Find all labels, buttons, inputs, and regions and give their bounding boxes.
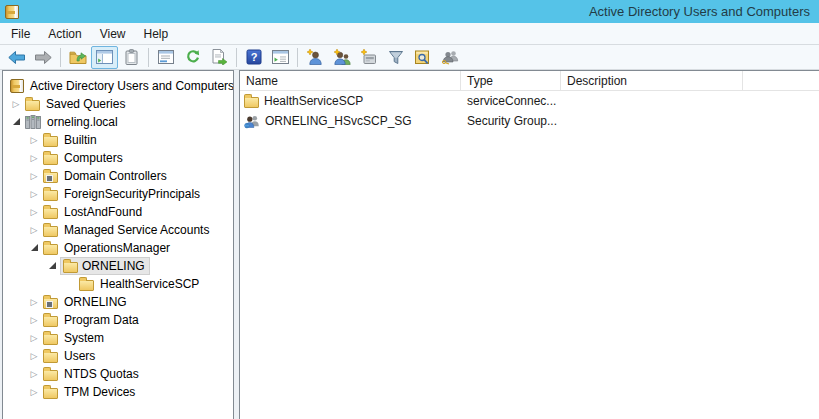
new-organizational-unit-button[interactable] bbox=[355, 46, 382, 69]
tree-item-orneling-local[interactable]: orneling.local bbox=[3, 113, 233, 131]
toolbar-separator bbox=[297, 48, 298, 67]
export-list-button[interactable] bbox=[206, 46, 233, 69]
aduc-window: Active Directory Users and Computers Fil… bbox=[0, 0, 819, 419]
folder-icon bbox=[43, 370, 58, 381]
expander-collapsed-icon[interactable]: ▷ bbox=[26, 311, 42, 329]
new-user-icon bbox=[306, 49, 323, 65]
expander-collapsed-icon[interactable]: ▷ bbox=[26, 347, 42, 365]
tree-item-saved-queries[interactable]: ▷ Saved Queries bbox=[3, 95, 233, 113]
expander-collapsed-icon[interactable]: ▷ bbox=[26, 203, 42, 221]
folder-icon bbox=[43, 388, 58, 399]
expander-collapsed-icon[interactable]: ▷ bbox=[26, 131, 42, 149]
ou-icon bbox=[43, 298, 58, 309]
menu-help[interactable]: Help bbox=[135, 24, 178, 44]
refresh-button[interactable] bbox=[179, 46, 206, 69]
menu-action[interactable]: Action bbox=[39, 24, 90, 44]
expander-collapsed-icon[interactable]: ▷ bbox=[26, 149, 42, 167]
tree-item-tpm-devices[interactable]: ▷ TPM Devices bbox=[3, 383, 233, 401]
properties-window-icon bbox=[158, 50, 174, 64]
list-item-name: HealthServiceSCP bbox=[264, 94, 363, 108]
column-header-name[interactable]: Name bbox=[240, 71, 461, 90]
toolbar-separator bbox=[236, 48, 237, 67]
tree-item-healthservicescp[interactable]: HealthServiceSCP bbox=[3, 275, 233, 293]
titlebar: Active Directory Users and Computers bbox=[0, 0, 819, 23]
menu-view[interactable]: View bbox=[91, 24, 135, 44]
content-area: Active Directory Users and Computers [ ▷… bbox=[0, 70, 819, 419]
new-user-button[interactable] bbox=[301, 46, 328, 69]
list-item-orneling-hsvcscp-sg[interactable]: ORNELING_HSvcSCP_SG Security Group... bbox=[240, 111, 819, 131]
expander-expanded-icon[interactable] bbox=[8, 115, 24, 129]
toolbar-separator bbox=[60, 48, 61, 67]
menubar: File Action View Help bbox=[0, 23, 819, 45]
find-objects-button[interactable] bbox=[409, 46, 436, 69]
tree-item-orneling-selected[interactable]: ORNELING bbox=[3, 257, 233, 275]
expander-collapsed-icon[interactable]: ▷ bbox=[26, 293, 42, 311]
folder-icon bbox=[43, 190, 58, 201]
up-one-level-button[interactable] bbox=[64, 46, 91, 69]
filter-icon bbox=[388, 50, 404, 65]
expander-collapsed-icon[interactable]: ▷ bbox=[26, 329, 42, 347]
aduc-app-icon bbox=[5, 5, 19, 19]
folder-icon bbox=[79, 280, 94, 291]
column-header-type[interactable]: Type bbox=[461, 71, 561, 90]
folder-up-icon bbox=[69, 49, 87, 65]
expander-expanded-icon[interactable] bbox=[44, 259, 60, 273]
tree-item-domain-controllers[interactable]: ▷ Domain Controllers bbox=[3, 167, 233, 185]
console-tree-icon bbox=[96, 50, 113, 64]
expander-collapsed-icon[interactable]: ▷ bbox=[8, 95, 24, 113]
ou-icon bbox=[43, 172, 58, 183]
group-key-icon bbox=[441, 49, 459, 65]
tree-item-computers[interactable]: ▷ Computers bbox=[3, 149, 233, 167]
tree-item-foreignsecurityprincipals[interactable]: ▷ ForeignSecurityPrincipals bbox=[3, 185, 233, 203]
folder-icon bbox=[43, 316, 58, 327]
forward-button[interactable] bbox=[30, 46, 57, 69]
column-header-description[interactable]: Description bbox=[561, 71, 743, 90]
tree-item-orneling-ou[interactable]: ▷ ORNELING bbox=[3, 293, 233, 311]
folder-icon bbox=[244, 97, 259, 108]
window-title: Active Directory Users and Computers bbox=[19, 4, 819, 19]
tree-item-builtin[interactable]: ▷ Builtin bbox=[3, 131, 233, 149]
show-window-button[interactable] bbox=[267, 46, 294, 69]
toolbar: ? bbox=[0, 45, 819, 70]
list-item-name: ORNELING_HSvcSCP_SG bbox=[265, 114, 412, 128]
tree-item-lostandfound[interactable]: ▷ LostAndFound bbox=[3, 203, 233, 221]
expander-collapsed-icon[interactable]: ▷ bbox=[26, 167, 42, 185]
set-filter-button[interactable] bbox=[382, 46, 409, 69]
toolbar-separator bbox=[148, 48, 149, 67]
expander-collapsed-icon[interactable]: ▷ bbox=[26, 221, 42, 239]
folder-icon bbox=[43, 334, 58, 345]
new-group-button[interactable] bbox=[328, 46, 355, 69]
expander-expanded-icon[interactable] bbox=[26, 241, 42, 255]
security-group-icon bbox=[244, 114, 260, 129]
list-item-healthservicescp[interactable]: HealthServiceSCP serviceConnec... bbox=[240, 91, 819, 111]
properties-window-button[interactable] bbox=[152, 46, 179, 69]
tree-item-root[interactable]: Active Directory Users and Computers [ bbox=[3, 77, 233, 95]
group-permissions-button[interactable] bbox=[436, 46, 463, 69]
expander-collapsed-icon[interactable]: ▷ bbox=[26, 383, 42, 401]
folder-icon bbox=[43, 244, 58, 255]
expander-collapsed-icon[interactable]: ▷ bbox=[26, 185, 42, 203]
folder-icon bbox=[25, 100, 40, 111]
expander-collapsed-icon[interactable]: ▷ bbox=[26, 365, 42, 383]
clipboard-icon bbox=[125, 49, 138, 65]
back-button[interactable] bbox=[3, 46, 30, 69]
menu-file[interactable]: File bbox=[2, 24, 39, 44]
tree-item-ntds-quotas[interactable]: ▷ NTDS Quotas bbox=[3, 365, 233, 383]
column-header-empty bbox=[743, 71, 819, 90]
help-button[interactable]: ? bbox=[240, 46, 267, 69]
clipboard-button[interactable] bbox=[118, 46, 145, 69]
tree-item-users[interactable]: ▷ Users bbox=[3, 347, 233, 365]
folder-icon bbox=[43, 352, 58, 363]
folder-icon bbox=[43, 208, 58, 219]
tree-item-operationsmanager[interactable]: OperationsManager bbox=[3, 239, 233, 257]
svg-text:?: ? bbox=[250, 51, 257, 63]
show-hide-console-tree-button[interactable] bbox=[91, 46, 118, 69]
new-ou-icon bbox=[360, 49, 377, 65]
console-tree-pane: Active Directory Users and Computers [ ▷… bbox=[2, 70, 234, 419]
aduc-root-icon bbox=[10, 79, 24, 93]
tree-item-managed-service-accounts[interactable]: ▷ Managed Service Accounts bbox=[3, 221, 233, 239]
details-pane: Name Type Description HealthServiceSCP s… bbox=[239, 70, 819, 419]
tree-item-system[interactable]: ▷ System bbox=[3, 329, 233, 347]
tree-item-program-data[interactable]: ▷ Program Data bbox=[3, 311, 233, 329]
domain-icon bbox=[25, 115, 41, 129]
